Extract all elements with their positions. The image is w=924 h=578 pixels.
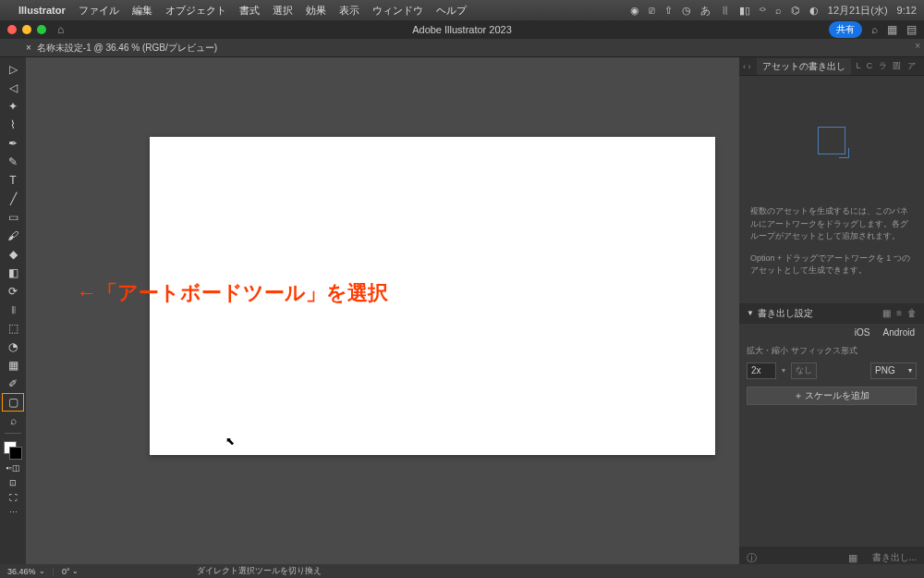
draw-mode-icons[interactable]: ⊡ — [3, 476, 23, 489]
panel-tab-label[interactable]: アセットの書き出し — [757, 58, 851, 75]
canvas-area[interactable]: ←「アートボードツール」を選択 ⬉ — [26, 57, 739, 569]
selection-tool[interactable]: ▷ — [3, 61, 23, 78]
status-siri-icon[interactable]: ◐ — [809, 5, 819, 17]
arrange-icon[interactable]: ▤ — [906, 23, 917, 36]
app-title-bar: ⌂ Adobe Illustrator 2023 共有 ⌕ ▦ ▤ — [0, 20, 924, 39]
annotation-text: ←「アートボードツール」を選択 — [77, 279, 388, 307]
status-bar: 36.46% ⌄ | 0° ⌄ ダイレクト選択ツールを切り換え — [0, 564, 924, 578]
status-search-icon[interactable]: ⌕ — [775, 5, 782, 16]
stroke-swatch[interactable] — [9, 447, 22, 460]
edit-toolbar-icon[interactable]: ⋯ — [3, 506, 23, 519]
cursor-icon: ⬉ — [225, 435, 235, 448]
chevron-down-icon[interactable]: ⌄ — [72, 567, 79, 575]
shaper-tool[interactable]: ◆ — [3, 246, 23, 263]
status-ime-icon[interactable]: あ — [700, 4, 711, 18]
menu-window[interactable]: ウィンドウ — [372, 4, 423, 18]
minimize-window-icon[interactable] — [22, 25, 31, 34]
chevron-down-icon[interactable]: ⌄ — [39, 567, 45, 575]
menu-object[interactable]: オブジェクト — [165, 4, 226, 18]
status-date[interactable]: 12月21日(水) — [828, 4, 888, 18]
workspace-icon[interactable]: ▦ — [887, 23, 897, 36]
share-button[interactable]: 共有 — [829, 21, 862, 38]
scale-input[interactable] — [747, 363, 776, 379]
suffix-select[interactable]: なし — [791, 363, 817, 379]
line-tool[interactable]: ╱ — [3, 191, 23, 207]
export-button[interactable]: 書き出し... — [872, 551, 917, 564]
export-settings-label: 書き出し設定 — [758, 307, 813, 320]
document-tab[interactable]: × 名称未設定-1 @ 36.46 % (RGB/プレビュー) — [26, 42, 217, 55]
curvature-tool[interactable]: ✎ — [3, 154, 23, 170]
zoom-tool[interactable]: ⌕ — [3, 412, 23, 429]
rectangle-tool[interactable]: ▭ — [3, 209, 23, 226]
rotation-value: 0° — [62, 567, 70, 576]
menu-help[interactable]: ヘルプ — [436, 4, 467, 18]
disclosure-triangle-icon[interactable]: ▼ — [747, 309, 754, 317]
magic-wand-tool[interactable]: ✦ — [3, 98, 23, 115]
grid-view-icon[interactable]: ▦ — [882, 308, 891, 318]
status-bluetooth-icon[interactable]: ⧛ — [720, 5, 730, 16]
scale-dropdown-icon[interactable]: ▾ — [782, 366, 785, 375]
menu-select[interactable]: 選択 — [273, 4, 293, 18]
rotate-tool[interactable]: ⟳ — [3, 283, 23, 300]
delete-icon[interactable]: 🗑 — [907, 308, 917, 318]
status-screen-icon[interactable]: ⎚ — [649, 5, 655, 16]
tools-panel: ▷ ◁ ✦ ⌇ ✒ ✎ T ╱ ▭ 🖌 ◆ ◧ ⟳ ⫴ ⬚ ◔ ▦ ✐ ▢ ⌕ … — [0, 57, 26, 569]
menu-edit[interactable]: 編集 — [132, 4, 152, 18]
width-tool[interactable]: ⫴ — [3, 301, 23, 318]
app-name[interactable]: Illustrator — [18, 5, 66, 16]
paintbrush-tool[interactable]: 🖌 — [3, 228, 23, 244]
zoom-control[interactable]: 36.46% ⌄ — [7, 567, 45, 576]
search-icon[interactable]: ⌕ — [871, 23, 878, 36]
rotation-control[interactable]: 0° ⌄ — [62, 567, 79, 576]
export-hint-1: 複数のアセットを生成するには、このパネルにアートワークをドラッグします。各グルー… — [750, 205, 913, 243]
lasso-tool[interactable]: ⌇ — [3, 117, 23, 133]
free-transform-tool[interactable]: ⬚ — [3, 320, 23, 337]
tool-separator — [5, 433, 21, 434]
menu-file[interactable]: ファイル — [79, 4, 119, 18]
panel-tab-extras[interactable]: L C ラ 圆 ア — [857, 60, 918, 72]
pen-tool[interactable]: ✒ — [3, 135, 23, 152]
status-time[interactable]: 9:12 — [897, 5, 917, 16]
type-tool[interactable]: T — [3, 172, 23, 189]
scale-header-label: 拡大・縮小 サフィックス形式 — [747, 345, 917, 357]
maximize-window-icon[interactable] — [37, 25, 46, 34]
export-placeholder-icon — [818, 127, 845, 154]
eyedropper-tool[interactable]: ✐ — [3, 375, 23, 392]
menu-type[interactable]: 書式 — [239, 4, 260, 18]
app-title: Adobe Illustrator 2023 — [412, 24, 512, 35]
panel-collapse-icon[interactable]: ‹ › — [743, 62, 751, 71]
status-clock-icon[interactable]: ◷ — [682, 5, 691, 17]
status-battery-icon[interactable]: ▮▯ — [739, 5, 750, 17]
close-window-icon[interactable] — [7, 25, 17, 34]
preview-grid-icon[interactable]: ▦ — [848, 552, 857, 564]
document-tab-bar: × 名称未設定-1 @ 36.46 % (RGB/プレビュー) — [0, 39, 924, 57]
info-icon[interactable]: ⓘ — [747, 551, 757, 565]
home-icon[interactable]: ⌂ — [57, 23, 64, 36]
export-hint: 複数のアセットを生成するには、このパネルにアートワークをドラッグします。各グルー… — [739, 205, 924, 287]
menu-effect[interactable]: 効果 — [306, 4, 326, 18]
list-view-icon[interactable]: ≡ — [896, 308, 902, 318]
color-mode-icons[interactable]: ▪▫◫ — [3, 461, 23, 474]
artboard-tool[interactable]: ▢ — [3, 394, 23, 411]
gradient-tool[interactable]: ▦ — [3, 357, 23, 374]
add-scale-button[interactable]: ＋ スケールを追加 — [747, 387, 917, 405]
document-tab-label: 名称未設定-1 @ 36.46 % (RGB/プレビュー) — [37, 42, 217, 55]
export-settings-header[interactable]: ▼ 書き出し設定 ▦ ≡ 🗑 — [739, 303, 924, 324]
export-preview-area[interactable] — [739, 76, 924, 205]
fill-stroke-swatch[interactable] — [4, 441, 22, 460]
status-line-icon[interactable]: ◉ — [630, 5, 639, 17]
status-control-icon[interactable]: ⌬ — [791, 5, 800, 17]
panel-close-icon[interactable]: × — [915, 41, 920, 51]
status-wifi-icon[interactable]: ⌔ — [760, 5, 766, 16]
platform-ios[interactable]: iOS — [855, 327, 870, 338]
zoom-value: 36.46% — [7, 567, 36, 576]
format-select[interactable]: PNG — [870, 363, 917, 379]
shape-builder-tool[interactable]: ◔ — [3, 338, 23, 355]
status-cast-icon[interactable]: ⇧ — [664, 5, 673, 17]
screen-mode-icon[interactable]: ⛶ — [3, 491, 23, 504]
platform-android[interactable]: Android — [883, 327, 915, 338]
eraser-tool[interactable]: ◧ — [3, 264, 23, 281]
close-tab-icon[interactable]: × — [26, 43, 31, 53]
direct-selection-tool[interactable]: ◁ — [3, 80, 23, 96]
menu-view[interactable]: 表示 — [339, 4, 359, 18]
